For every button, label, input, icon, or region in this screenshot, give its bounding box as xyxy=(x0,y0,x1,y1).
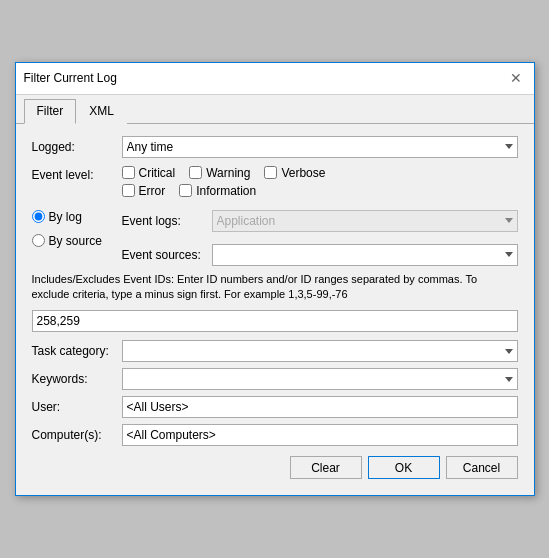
checkbox-information[interactable]: Information xyxy=(179,184,256,198)
user-input[interactable] xyxy=(122,396,518,418)
checkbox-critical[interactable]: Critical xyxy=(122,166,176,180)
cancel-button[interactable]: Cancel xyxy=(446,456,518,479)
radio-by-source-input[interactable] xyxy=(32,234,45,247)
event-level-label: Event level: xyxy=(32,166,122,202)
ok-button[interactable]: OK xyxy=(368,456,440,479)
user-row: User: xyxy=(32,396,518,418)
computer-row: Computer(s): xyxy=(32,424,518,446)
task-category-label: Task category: xyxy=(32,344,122,358)
user-label: User: xyxy=(32,400,122,414)
check-row-2: Error Information xyxy=(122,184,518,198)
ids-row xyxy=(32,310,518,332)
keywords-row: Keywords: xyxy=(32,368,518,390)
event-logs-select[interactable]: Application xyxy=(212,210,518,232)
radio-column: By log By source xyxy=(32,210,122,266)
event-logs-label: Event logs: xyxy=(122,214,212,228)
logged-select[interactable]: Any time Last hour Last 12 hours Last 24… xyxy=(122,136,518,158)
checkbox-warning[interactable]: Warning xyxy=(189,166,250,180)
checkbox-error-input[interactable] xyxy=(122,184,135,197)
event-logs-select-wrap: Application xyxy=(212,210,518,232)
radio-by-log[interactable]: By log xyxy=(32,210,122,224)
event-sources-row: Event sources: xyxy=(122,244,518,266)
event-logs-row: Event logs: Application xyxy=(122,210,518,232)
radio-by-source-label: By source xyxy=(49,234,102,248)
tab-xml[interactable]: XML xyxy=(76,99,127,124)
computer-input[interactable] xyxy=(122,424,518,446)
button-row: Clear OK Cancel xyxy=(32,456,518,483)
computer-input-wrap xyxy=(122,424,518,446)
user-input-wrap xyxy=(122,396,518,418)
logged-row: Logged: Any time Last hour Last 12 hours… xyxy=(32,136,518,158)
checkbox-critical-input[interactable] xyxy=(122,166,135,179)
clear-button[interactable]: Clear xyxy=(290,456,362,479)
dialog-title: Filter Current Log xyxy=(24,71,117,85)
radio-section: By log By source Event logs: Application xyxy=(32,210,518,266)
event-sources-select-wrap xyxy=(212,244,518,266)
event-sources-select[interactable] xyxy=(212,244,518,266)
logged-select-wrap: Any time Last hour Last 12 hours Last 24… xyxy=(122,136,518,158)
radio-fields: Event logs: Application Event sources: xyxy=(122,210,518,266)
filter-dialog: Filter Current Log ✕ Filter XML Logged: … xyxy=(15,62,535,497)
event-level-row: Event level: Critical Warning Verbose xyxy=(32,166,518,202)
close-button[interactable]: ✕ xyxy=(506,68,526,88)
tab-bar: Filter XML xyxy=(16,95,534,124)
checkbox-critical-label: Critical xyxy=(139,166,176,180)
checkbox-verbose-input[interactable] xyxy=(264,166,277,179)
keywords-select-wrap xyxy=(122,368,518,390)
keywords-select[interactable] xyxy=(122,368,518,390)
keywords-label: Keywords: xyxy=(32,372,122,386)
filter-content: Logged: Any time Last hour Last 12 hours… xyxy=(16,124,534,496)
checkbox-information-label: Information xyxy=(196,184,256,198)
ids-input[interactable] xyxy=(32,310,518,332)
tab-filter[interactable]: Filter xyxy=(24,99,77,124)
checkbox-warning-input[interactable] xyxy=(189,166,202,179)
checkbox-error[interactable]: Error xyxy=(122,184,166,198)
radio-by-log-label: By log xyxy=(49,210,82,224)
event-level-checks: Critical Warning Verbose Error xyxy=(122,166,518,202)
radio-by-log-input[interactable] xyxy=(32,210,45,223)
radio-by-source[interactable]: By source xyxy=(32,234,122,248)
description-text: Includes/Excludes Event IDs: Enter ID nu… xyxy=(32,272,518,303)
title-bar: Filter Current Log ✕ xyxy=(16,63,534,95)
checkbox-information-input[interactable] xyxy=(179,184,192,197)
checkbox-verbose-label: Verbose xyxy=(281,166,325,180)
task-category-select-wrap xyxy=(122,340,518,362)
task-category-row: Task category: xyxy=(32,340,518,362)
checkbox-warning-label: Warning xyxy=(206,166,250,180)
logged-label: Logged: xyxy=(32,140,122,154)
checkbox-error-label: Error xyxy=(139,184,166,198)
checkbox-verbose[interactable]: Verbose xyxy=(264,166,325,180)
check-row-1: Critical Warning Verbose xyxy=(122,166,518,180)
event-sources-label: Event sources: xyxy=(122,248,212,262)
ids-input-wrap xyxy=(32,310,518,332)
task-category-select[interactable] xyxy=(122,340,518,362)
computer-label: Computer(s): xyxy=(32,428,122,442)
